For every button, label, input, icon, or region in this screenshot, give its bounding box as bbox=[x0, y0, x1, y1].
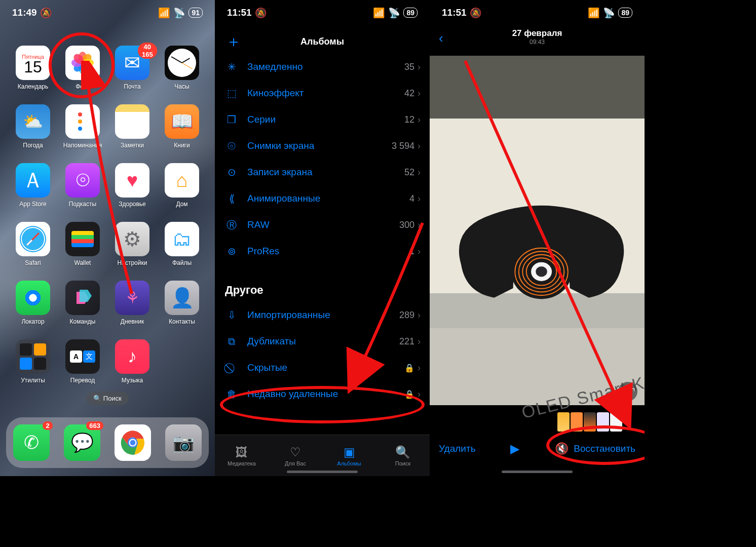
status-time: 11:51 bbox=[442, 7, 467, 18]
play-button[interactable]: ▶ bbox=[510, 442, 519, 456]
app-appstore[interactable]: ＡApp Store bbox=[8, 163, 58, 208]
app-label: Команды bbox=[70, 318, 96, 325]
tab-library[interactable]: 🖼Медиатека bbox=[215, 435, 269, 476]
home-indicator[interactable] bbox=[502, 471, 573, 473]
app-label: Календарь bbox=[18, 83, 49, 90]
wifi-icon: 📡 bbox=[603, 7, 615, 19]
chevron-right-icon: › bbox=[418, 336, 421, 347]
tab-label: Для Вас bbox=[285, 460, 306, 466]
status-time: 11:49 bbox=[12, 7, 37, 18]
dock-camera[interactable]: 📷 bbox=[165, 424, 202, 461]
app-safari[interactable]: Safari bbox=[8, 222, 58, 266]
app-clock[interactable]: Часы bbox=[157, 46, 207, 90]
trash-icon: 🗑 bbox=[225, 388, 238, 400]
album-count: 1 bbox=[409, 246, 414, 257]
app-wallet[interactable]: Wallet bbox=[58, 222, 107, 266]
burst-icon: ❒ bbox=[225, 113, 238, 126]
app-label: Часы bbox=[174, 83, 189, 90]
thumbnail-strip[interactable] bbox=[557, 412, 622, 432]
app-health[interactable]: ♥Здоровье bbox=[107, 163, 157, 208]
tab-foryou[interactable]: ♡Для Вас bbox=[269, 435, 322, 476]
dock-phone[interactable]: ✆ 2 bbox=[13, 424, 50, 461]
live-text-button[interactable]: ⌞☰⌝ bbox=[618, 382, 637, 401]
app-label: Перевод bbox=[70, 377, 95, 384]
album-label: Импортированные bbox=[247, 309, 399, 321]
photo-time: 09:43 bbox=[430, 38, 645, 46]
album-row-duplicate-icon[interactable]: ⧉ Дубликаты 221 › bbox=[215, 328, 430, 355]
search-icon: 🔍 bbox=[395, 445, 410, 459]
spotlight-search[interactable]: 🔍 Поиск bbox=[86, 392, 129, 405]
app-calendar[interactable]: Пятница15Календарь bbox=[8, 46, 58, 90]
tab-albums[interactable]: ▣Альбомы bbox=[322, 435, 376, 476]
app-settings[interactable]: ⚙Настройки bbox=[107, 222, 157, 266]
album-count: 35 bbox=[404, 62, 414, 72]
app-podcasts[interactable]: ⦾Подкасты bbox=[58, 163, 107, 208]
album-list[interactable]: ✳ Замедленно 35 › ⬚ Киноэффект 42 › ❒ Се… bbox=[215, 54, 430, 435]
album-row-raw-icon[interactable]: Ⓡ RAW 300 › bbox=[215, 212, 430, 238]
album-label: RAW bbox=[247, 219, 399, 230]
app-label: Книги bbox=[174, 142, 190, 149]
album-row-screenrec-icon[interactable]: ⊙ Записи экрана 52 › bbox=[215, 159, 430, 185]
album-count: 289 bbox=[399, 310, 414, 321]
app-utilities[interactable]: Утилиты bbox=[8, 339, 58, 384]
album-row-animated-icon[interactable]: ⟪ Анимированные 4 › bbox=[215, 185, 430, 212]
album-row-import-icon[interactable]: ⇩ Импортированные 289 › bbox=[215, 302, 430, 328]
tab-label: Альбомы bbox=[337, 460, 361, 466]
back-button[interactable]: ‹ bbox=[439, 30, 443, 46]
app-label: Музыка bbox=[122, 377, 143, 384]
app-label: Фото bbox=[75, 83, 90, 90]
mute-icon: 🔕 bbox=[470, 7, 482, 19]
app-books[interactable]: 📖Книги bbox=[157, 104, 207, 149]
section-header-other: Другое bbox=[215, 264, 430, 302]
lock-icon: 🔒 bbox=[404, 389, 414, 399]
app-journal[interactable]: ⚘Дневник bbox=[107, 281, 157, 325]
library-icon: 🖼 bbox=[236, 445, 248, 459]
home-indicator[interactable] bbox=[287, 471, 358, 473]
mute-button[interactable]: 🔇 bbox=[555, 442, 569, 455]
album-row-burst-icon[interactable]: ❒ Серии 12 › bbox=[215, 106, 430, 133]
badge-phone: 2 bbox=[43, 421, 53, 430]
album-row-slowmo-icon[interactable]: ✳ Замедленно 35 › bbox=[215, 54, 430, 80]
tab-bar: 🖼Медиатека♡Для Вас▣Альбомы🔍Поиск bbox=[215, 435, 430, 476]
wifi-icon: 📡 bbox=[388, 7, 400, 19]
dock-messages[interactable]: 💬 663 bbox=[64, 424, 100, 461]
app-mail[interactable]: ✉40 165Почта bbox=[107, 46, 157, 90]
app-findmy[interactable]: Локатор bbox=[8, 281, 58, 325]
import-icon: ⇩ bbox=[225, 309, 238, 321]
animated-icon: ⟪ bbox=[225, 192, 238, 205]
app-contacts[interactable]: 👤Контакты bbox=[157, 281, 207, 325]
signal-icon: 📶 bbox=[588, 7, 600, 19]
dock: ✆ 2 💬 663 📷 bbox=[6, 417, 209, 468]
badge-messages: 663 bbox=[86, 421, 103, 430]
album-row-hidden-icon[interactable]: ⃠ Скрытые 🔒 › bbox=[215, 355, 430, 381]
album-label: Недавно удаленные bbox=[247, 388, 404, 400]
svg-point-6 bbox=[130, 440, 136, 446]
app-home[interactable]: ⌂Дом bbox=[157, 163, 207, 208]
app-label: Подкасты bbox=[69, 201, 96, 208]
app-translate[interactable]: A文Перевод bbox=[58, 339, 107, 384]
tab-search[interactable]: 🔍Поиск bbox=[376, 435, 430, 476]
photo-content[interactable]: OLED Smart Key ⌞☰⌝ bbox=[430, 56, 645, 405]
app-music[interactable]: ♪Музыка bbox=[107, 339, 157, 384]
app-files[interactable]: 🗂Файлы bbox=[157, 222, 207, 266]
app-photos[interactable]: Фото bbox=[58, 46, 107, 90]
photos-albums-screen: 11:51 🔕 📶 📡 89 ＋ Альбомы ✳ Замедленно 35… bbox=[215, 0, 430, 476]
album-row-prores-icon[interactable]: ⊚ ProRes 1 › bbox=[215, 238, 430, 264]
albums-title: Альбомы bbox=[215, 36, 430, 47]
app-notes[interactable]: Заметки bbox=[107, 104, 157, 149]
mute-icon: 🔕 bbox=[40, 7, 52, 19]
signal-icon: 📶 bbox=[373, 7, 385, 19]
app-weather[interactable]: ⛅Погода bbox=[8, 104, 58, 149]
app-shortcuts[interactable]: Команды bbox=[58, 281, 107, 325]
album-label: Дубликаты bbox=[247, 336, 399, 347]
album-row-trash-icon[interactable]: 🗑 Недавно удаленные 🔒 › bbox=[215, 381, 430, 407]
chevron-right-icon: › bbox=[418, 114, 421, 125]
album-row-screenshot-icon[interactable]: ⦾ Снимки экрана 3 594 › bbox=[215, 133, 430, 159]
signal-icon: 📶 bbox=[158, 7, 170, 19]
album-row-cinematic-icon[interactable]: ⬚ Киноэффект 42 › bbox=[215, 80, 430, 106]
restore-button[interactable]: Восстановить bbox=[574, 443, 635, 454]
delete-button[interactable]: Удалить bbox=[439, 443, 476, 454]
dock-chrome[interactable] bbox=[115, 424, 151, 461]
app-reminders[interactable]: Напоминания bbox=[58, 104, 107, 149]
chevron-right-icon: › bbox=[418, 88, 421, 99]
